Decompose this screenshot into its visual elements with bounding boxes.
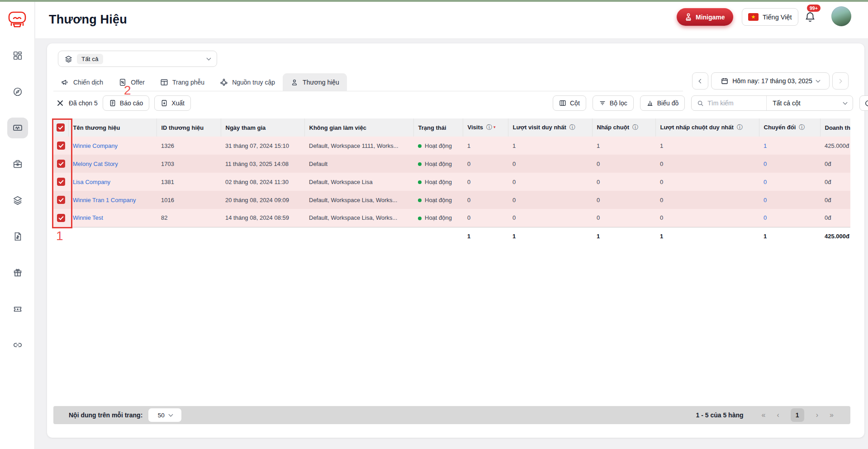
cell-workspaces: Default, Workspace 1111, Works... — [304, 137, 413, 155]
status-label: Hoạt động — [425, 161, 452, 167]
scope-filter-select[interactable]: Tất cả — [58, 51, 217, 67]
brand-name-link[interactable]: Winnie Company — [73, 142, 118, 149]
cell-revenue: 0đ — [820, 191, 850, 209]
brand-user-icon — [290, 78, 299, 86]
prev-page-button[interactable]: ‹ — [777, 411, 778, 419]
table-footer: Nội dung trên mỗi trang: 50 1 - 5 của 5 … — [53, 406, 850, 424]
column-scope-select[interactable]: Tất cả cột — [767, 96, 853, 110]
notifications-button[interactable]: 99+ — [804, 11, 821, 29]
annotation-label-1: 1 — [56, 229, 63, 243]
current-page-button[interactable]: 1 — [791, 408, 804, 422]
joystick-icon — [685, 13, 692, 21]
column-header[interactable]: ID thương hiệu — [157, 118, 221, 137]
annotation-rectangle-1 — [52, 118, 72, 228]
chart-button[interactable]: Biểu đồ — [640, 95, 685, 111]
refresh-button[interactable] — [859, 95, 868, 111]
column-header[interactable]: Tên thương hiệu — [68, 118, 157, 137]
sidebar-item-rewards[interactable] — [7, 262, 28, 283]
cell-unique_clicks: 0 — [655, 191, 759, 209]
per-page-select[interactable]: 50 — [148, 408, 181, 422]
conversions-link[interactable]: 0 — [764, 161, 767, 167]
clear-selection-icon[interactable] — [57, 99, 64, 107]
report-button[interactable]: Báo cáo — [103, 95, 149, 111]
info-icon[interactable]: ⓘ — [799, 124, 805, 131]
cell-clicks: 0 — [592, 155, 655, 173]
search-input[interactable] — [707, 99, 757, 107]
table-toolbar: Cột Bộ lọc Biểu đồ Tất cả cột — [553, 95, 868, 111]
column-header[interactable]: Nhấp chuộtⓘ — [592, 118, 655, 137]
brand-name-link[interactable]: Melony Cat Story — [73, 161, 118, 167]
cell-workspaces: Default — [304, 155, 413, 173]
brands-table-wrapper: Tên thương hiệuID thương hiệuNgày tham g… — [53, 118, 850, 245]
minigame-button[interactable]: Minigame — [677, 8, 733, 26]
tab-campaigns[interactable]: Chiến dịch — [53, 73, 111, 91]
app-logo-robot-icon[interactable] — [7, 9, 27, 30]
summary-cell: 1 — [759, 227, 820, 245]
info-icon[interactable]: ⓘ — [486, 124, 492, 131]
language-button[interactable]: ★ Tiếng Việt — [742, 8, 798, 26]
columns-icon — [559, 99, 566, 107]
sidebar-item-explore[interactable] — [7, 81, 28, 102]
first-page-button[interactable]: « — [762, 411, 765, 419]
conversions-link[interactable]: 0 — [764, 179, 767, 185]
brand-name-link[interactable]: Winnie Test — [73, 214, 103, 221]
sidebar-item-dashboard[interactable] — [7, 45, 28, 66]
table-row: Melony Cat Story170311 tháng 03, 2025 14… — [53, 155, 850, 173]
sort-desc-icon[interactable]: ▾ — [493, 125, 496, 129]
notification-badge: 99+ — [807, 5, 821, 12]
sidebar-item-layers[interactable] — [7, 190, 28, 211]
cell-conversions: 0 — [759, 191, 820, 209]
tab-offer[interactable]: Offer — [111, 73, 152, 91]
column-header[interactable]: Visitsⓘ▾ — [463, 118, 508, 137]
info-icon[interactable]: ⓘ — [569, 124, 575, 131]
sidebar-item-links[interactable] — [7, 335, 28, 355]
summary-cell: 1 — [655, 227, 759, 245]
cell-conversions: 0 — [759, 155, 820, 173]
tab-funnel-pages[interactable]: Trang phễu — [152, 73, 212, 91]
sidebar-item-analytics[interactable] — [7, 118, 28, 138]
cell-clicks: 0 — [592, 191, 655, 209]
date-next-button[interactable] — [832, 72, 849, 90]
layers-icon — [13, 195, 23, 205]
last-page-button[interactable]: » — [830, 411, 833, 419]
selection-actions: Đã chọn 5 Báo cáo Xuất — [57, 95, 191, 111]
brand-name-link[interactable]: Lisa Company — [73, 179, 110, 185]
columns-button[interactable]: Cột — [553, 95, 586, 111]
export-button[interactable]: Xuất — [154, 95, 191, 111]
column-header[interactable]: Trạng thái — [413, 118, 463, 137]
conversions-link[interactable]: 0 — [764, 197, 767, 203]
sidebar — [0, 2, 35, 449]
date-range-button[interactable]: Hôm nay: 17 tháng 03, 2025 — [711, 72, 830, 90]
content-card: Tất cả Chiến dịch Offer Trang phễu Nguồn… — [47, 43, 864, 438]
next-page-button[interactable]: › — [816, 411, 818, 419]
cell-name: Winnie Tran 1 Company — [68, 191, 157, 209]
cell-name: Winnie Company — [68, 137, 157, 155]
column-header[interactable]: Không gian làm việc — [304, 118, 413, 137]
cell-joined: 02 tháng 08, 2024 11:30 — [221, 173, 304, 191]
brands-table: Tên thương hiệuID thương hiệuNgày tham g… — [53, 118, 850, 245]
summary-cell — [157, 227, 221, 245]
tab-traffic-sources[interactable]: Nguồn truy cập — [212, 73, 283, 91]
sidebar-item-business[interactable] — [7, 154, 28, 175]
info-icon[interactable]: ⓘ — [632, 124, 638, 131]
tab-brands[interactable]: Thương hiệu — [283, 73, 347, 91]
chevron-down-icon — [843, 100, 848, 105]
conversions-link[interactable]: 1 — [764, 142, 767, 149]
info-icon[interactable]: ⓘ — [737, 124, 743, 131]
column-header[interactable]: Lượt nhấp chuột duy nhấtⓘ — [655, 118, 759, 137]
column-header[interactable]: Chuyển đổiⓘ — [759, 118, 820, 137]
date-prev-button[interactable] — [692, 72, 708, 90]
sidebar-item-invoices[interactable] — [7, 226, 28, 247]
user-avatar[interactable] — [831, 6, 851, 26]
cell-unique_visits: 0 — [508, 191, 592, 209]
filter-button[interactable]: Bộ lọc — [593, 95, 634, 111]
column-header[interactable]: Doanh thu — [820, 118, 850, 137]
column-header[interactable]: Ngày tham gia — [221, 118, 304, 137]
conversions-link[interactable]: 0 — [764, 214, 767, 221]
sidebar-item-tickets[interactable] — [7, 298, 28, 319]
column-header[interactable]: Lượt visit duy nhấtⓘ — [508, 118, 592, 137]
column-header-label: Trạng thái — [418, 124, 446, 131]
brand-name-link[interactable]: Winnie Tran 1 Company — [73, 197, 136, 203]
per-page-value: 50 — [158, 412, 165, 419]
funnel-page-icon — [160, 78, 168, 86]
